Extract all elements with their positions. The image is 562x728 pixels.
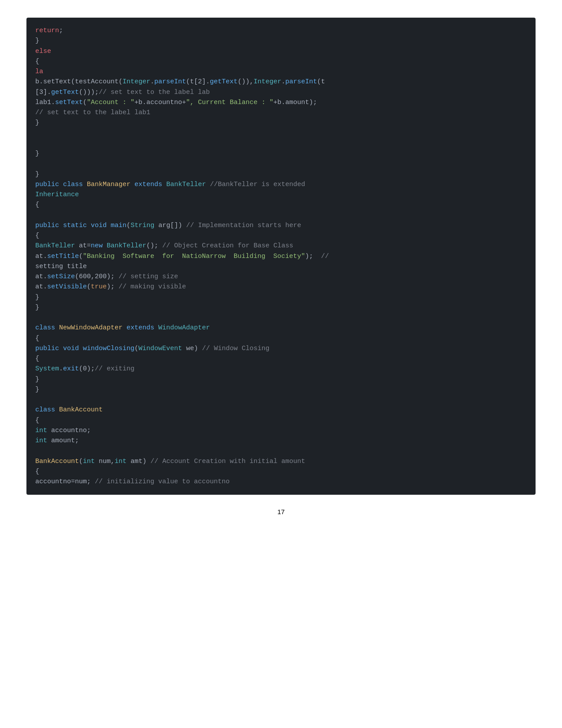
code-block: return; } else { la b.setText(testAccoun… bbox=[26, 18, 536, 495]
page-number: 17 bbox=[277, 508, 285, 515]
